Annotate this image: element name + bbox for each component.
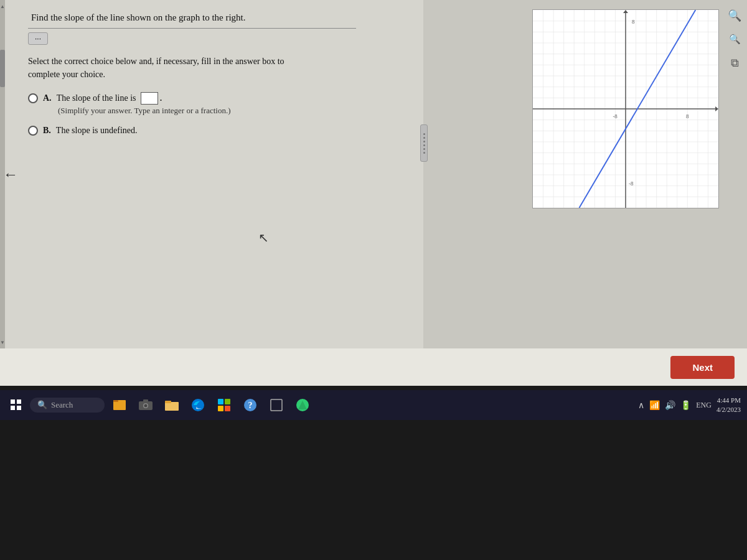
svg-text:8: 8 [686, 113, 689, 119]
choice-b-text: The slope is undefined. [56, 126, 138, 135]
taskbar-app-grid[interactable] [213, 394, 235, 416]
camera-icon [138, 399, 153, 411]
svg-text:?: ? [248, 401, 253, 410]
choice-a-text: The slope of the line is [57, 93, 136, 103]
choices-container: A. The slope of the line is . (Simplify … [28, 92, 405, 136]
taskbar-app-camera[interactable] [134, 394, 157, 416]
clock-display[interactable]: 4:44 PM 4/2/2023 [716, 396, 741, 415]
divider [28, 28, 356, 29]
svg-rect-59 [271, 399, 282, 411]
left-panel: ▲ ▼ ← Find the slope of the line shown o… [0, 0, 423, 348]
radio-a[interactable] [28, 93, 38, 103]
taskbar-app-window[interactable] [265, 394, 288, 416]
system-tray: ∧ 📶 🔊 🔋 ENG 4:44 PM 4/2/2023 [638, 396, 741, 415]
scroll-up-arrow[interactable]: ▲ [0, 0, 5, 12]
battery-icon[interactable]: 🔋 [680, 400, 691, 411]
right-panel: 🔍 🔍 ⧉ [423, 0, 747, 348]
question-title: Find the slope of the line shown on the … [31, 12, 405, 23]
taskbar-search-bar[interactable]: 🔍 Search [30, 398, 105, 413]
taskbar-app-game[interactable] [291, 394, 314, 416]
radio-b[interactable] [28, 126, 38, 136]
zoom-in-icon[interactable]: 🔍 [725, 6, 744, 25]
scroll-down-arrow[interactable]: ▼ [0, 336, 5, 348]
choice-b-row: B. The slope is undefined. [28, 124, 405, 136]
start-button[interactable] [6, 395, 26, 415]
svg-rect-54 [225, 399, 230, 404]
svg-rect-45 [113, 400, 118, 402]
clock-date: 4/2/2023 [716, 405, 741, 414]
taskbar-app-folder[interactable] [161, 394, 183, 416]
svg-rect-55 [218, 406, 223, 411]
files-icon [112, 398, 127, 413]
back-nav-arrow[interactable]: ← [3, 166, 18, 183]
cursor-pointer: ↖ [258, 230, 269, 245]
search-icon: 🔍 [37, 400, 47, 410]
choice-a-period: . [160, 92, 162, 103]
window-icon [270, 399, 283, 411]
browser-icon [191, 398, 205, 412]
sound-icon[interactable]: 🔊 [665, 400, 675, 411]
next-button[interactable]: Next [670, 356, 735, 379]
svg-text:-8: -8 [613, 113, 618, 119]
choice-b-label: B. [43, 126, 51, 135]
clock-time: 4:44 PM [716, 396, 741, 405]
language-indicator[interactable]: ENG [696, 401, 712, 410]
svg-text:-8: -8 [629, 180, 634, 187]
system-tray-expand-icon[interactable]: ∧ [638, 400, 644, 411]
tool-icons-panel: 🔍 🔍 ⧉ [725, 6, 744, 72]
panel-resize-handle[interactable] [420, 124, 428, 162]
external-link-icon[interactable]: ⧉ [725, 54, 744, 72]
choice-a-label: A. [43, 93, 52, 103]
choice-a-row: A. The slope of the line is . (Simplify … [28, 92, 405, 116]
expand-button[interactable]: ··· [28, 32, 48, 45]
taskbar-app-files[interactable] [108, 394, 131, 416]
scroll-thumb[interactable] [0, 50, 5, 87]
svg-rect-49 [143, 399, 148, 402]
game-icon [296, 398, 309, 412]
search-text: Search [51, 400, 73, 410]
taskbar: 🔍 Search [0, 390, 747, 420]
svg-text:8: 8 [632, 19, 635, 25]
graph-svg: -8 8 8 -8 [533, 10, 718, 208]
svg-point-48 [144, 404, 148, 408]
action-bar: Next [0, 348, 747, 386]
windows-logo-icon [11, 399, 22, 411]
svg-rect-53 [218, 399, 223, 404]
grid-app-icon [217, 398, 231, 412]
help-icon: ? [243, 398, 257, 412]
network-icon[interactable]: 📶 [649, 400, 660, 411]
graph-container: -8 8 8 -8 [532, 9, 719, 208]
choice-a-subtext: (Simplify your answer. Type an integer o… [58, 106, 231, 116]
taskbar-app-help[interactable]: ? [239, 394, 261, 416]
svg-rect-51 [165, 401, 171, 403]
instruction-text: Select the correct choice below and, if … [28, 55, 405, 81]
answer-input-box[interactable] [141, 92, 158, 105]
folder-icon [164, 399, 179, 411]
svg-rect-56 [225, 406, 230, 411]
svg-rect-50 [165, 402, 179, 411]
zoom-out-icon[interactable]: 🔍 [725, 30, 744, 49]
taskbar-app-edge[interactable] [187, 394, 209, 416]
